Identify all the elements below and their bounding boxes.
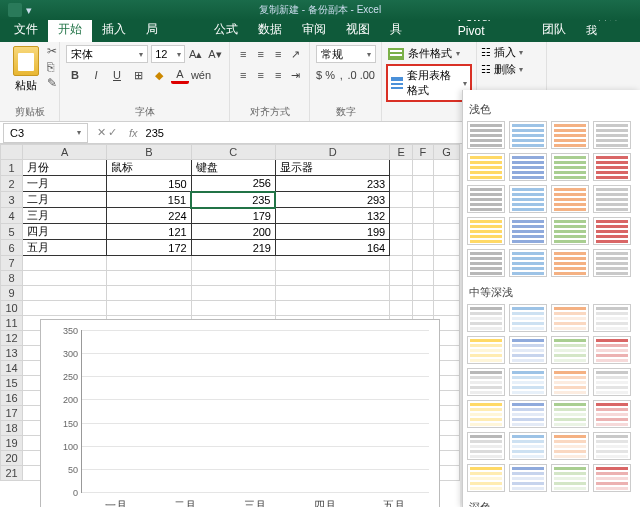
cell[interactable]: 150 <box>107 176 191 192</box>
table-style-option[interactable] <box>467 121 505 149</box>
cell[interactable]: 三月 <box>23 208 107 224</box>
align-bot-icon[interactable]: ≡ <box>271 45 286 63</box>
indent-icon[interactable]: ⇥ <box>289 66 304 84</box>
align-left-icon[interactable]: ≡ <box>236 66 251 84</box>
cell[interactable] <box>23 271 107 286</box>
table-style-option[interactable] <box>551 304 589 332</box>
row-header[interactable]: 7 <box>1 256 23 271</box>
orientation-icon[interactable]: ↗ <box>289 45 304 63</box>
cell[interactable]: 164 <box>275 240 389 256</box>
row-header[interactable]: 1 <box>1 160 23 176</box>
align-mid-icon[interactable]: ≡ <box>254 45 269 63</box>
phonetic-button[interactable]: wén <box>192 66 210 84</box>
row-header[interactable]: 9 <box>1 286 23 301</box>
cell[interactable]: 二月 <box>23 192 107 208</box>
cell[interactable] <box>433 301 459 316</box>
cell[interactable] <box>107 286 191 301</box>
table-style-option[interactable] <box>551 185 589 213</box>
cell[interactable] <box>107 301 191 316</box>
table-style-option[interactable] <box>509 153 547 181</box>
row-header[interactable]: 18 <box>1 421 23 436</box>
cell[interactable] <box>433 271 459 286</box>
shrink-font-icon[interactable]: A▾ <box>207 45 223 63</box>
cell[interactable]: 键盘 <box>191 160 275 176</box>
col-header[interactable]: E <box>390 145 413 160</box>
embedded-chart[interactable]: 050100150200250300350 一月二月三月四月五月 <box>40 319 440 507</box>
align-top-icon[interactable]: ≡ <box>236 45 251 63</box>
cell[interactable] <box>107 256 191 271</box>
table-style-option[interactable] <box>593 400 631 428</box>
cell[interactable]: 199 <box>275 224 389 240</box>
border-button[interactable]: ⊞ <box>129 66 147 84</box>
bold-button[interactable]: B <box>66 66 84 84</box>
cell[interactable]: 233 <box>275 176 389 192</box>
align-right-icon[interactable]: ≡ <box>271 66 286 84</box>
name-box[interactable]: C3▾ <box>3 123 88 143</box>
table-style-option[interactable] <box>551 249 589 277</box>
percent-icon[interactable]: % <box>325 66 335 84</box>
table-style-option[interactable] <box>593 336 631 364</box>
font-name-select[interactable]: 宋体▾ <box>66 45 148 63</box>
table-style-option[interactable] <box>551 336 589 364</box>
cell[interactable] <box>191 271 275 286</box>
number-format-select[interactable]: 常规▾ <box>316 45 376 63</box>
table-style-option[interactable] <box>467 249 505 277</box>
cell[interactable] <box>412 160 433 176</box>
cell[interactable] <box>390 286 413 301</box>
cell[interactable] <box>390 224 413 240</box>
row-header[interactable]: 6 <box>1 240 23 256</box>
row-header[interactable]: 20 <box>1 451 23 466</box>
table-style-option[interactable] <box>467 400 505 428</box>
cell[interactable] <box>390 160 413 176</box>
table-style-option[interactable] <box>467 432 505 460</box>
col-header[interactable]: F <box>412 145 433 160</box>
tab-data[interactable]: 数据 <box>248 17 292 42</box>
cell[interactable] <box>412 176 433 192</box>
table-style-option[interactable] <box>509 121 547 149</box>
cell[interactable] <box>433 286 459 301</box>
insert-cells-button[interactable]: ☷ 插入▾ <box>481 45 542 60</box>
row-header[interactable]: 8 <box>1 271 23 286</box>
cancel-icon[interactable]: ✕ <box>97 126 106 139</box>
cell[interactable]: 五月 <box>23 240 107 256</box>
col-header[interactable]: D <box>275 145 389 160</box>
table-style-option[interactable] <box>467 368 505 396</box>
row-header[interactable]: 4 <box>1 208 23 224</box>
align-center-icon[interactable]: ≡ <box>254 66 269 84</box>
cell[interactable] <box>390 208 413 224</box>
table-style-option[interactable] <box>551 432 589 460</box>
cell[interactable]: 鼠标 <box>107 160 191 176</box>
qat-menu-icon[interactable]: ▾ <box>26 4 32 17</box>
row-header[interactable]: 10 <box>1 301 23 316</box>
col-header[interactable]: B <box>107 145 191 160</box>
cell[interactable]: 293 <box>275 192 389 208</box>
cell[interactable] <box>433 160 459 176</box>
table-style-option[interactable] <box>509 432 547 460</box>
cell[interactable] <box>390 192 413 208</box>
col-header[interactable]: C <box>191 145 275 160</box>
cell[interactable] <box>390 271 413 286</box>
cell[interactable] <box>433 208 459 224</box>
table-style-option[interactable] <box>467 217 505 245</box>
col-header[interactable]: G <box>433 145 459 160</box>
cell[interactable]: 256 <box>191 176 275 192</box>
table-style-option[interactable] <box>551 153 589 181</box>
cell[interactable] <box>412 301 433 316</box>
cell[interactable] <box>191 301 275 316</box>
table-style-option[interactable] <box>509 368 547 396</box>
cell[interactable] <box>412 208 433 224</box>
cell[interactable] <box>412 192 433 208</box>
save-icon[interactable] <box>8 3 22 17</box>
comma-icon[interactable]: , <box>338 66 344 84</box>
cell[interactable] <box>275 271 389 286</box>
table-style-option[interactable] <box>551 464 589 492</box>
cell[interactable] <box>191 256 275 271</box>
table-style-option[interactable] <box>593 464 631 492</box>
table-style-option[interactable] <box>593 185 631 213</box>
cell[interactable] <box>23 286 107 301</box>
cell[interactable]: 132 <box>275 208 389 224</box>
row-header[interactable]: 21 <box>1 466 23 481</box>
row-header[interactable]: 14 <box>1 361 23 376</box>
cell[interactable] <box>412 224 433 240</box>
table-style-option[interactable] <box>467 153 505 181</box>
